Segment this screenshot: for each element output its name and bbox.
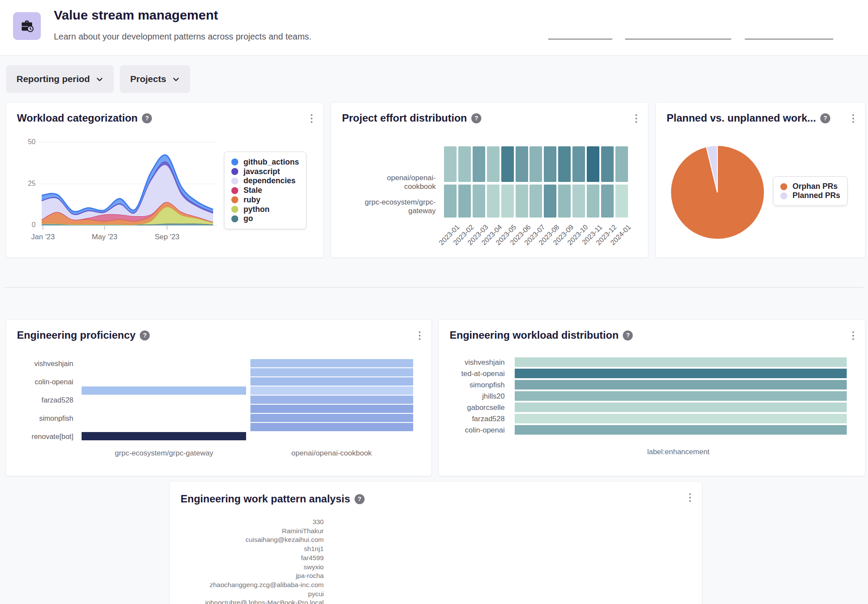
pattern-row-label: RaminiThakur bbox=[172, 527, 324, 535]
heat-cell-openai/openai-cookbook-2023-11[interactable] bbox=[587, 146, 599, 182]
chevron-down-icon bbox=[172, 76, 180, 83]
legend-dot-icon bbox=[231, 196, 238, 203]
help-icon[interactable]: ? bbox=[140, 330, 150, 340]
heat-cell-openai/openai-cookbook-2023-09[interactable] bbox=[558, 146, 571, 182]
pattern-row-label: cuisaihang@kezaihui.com bbox=[172, 536, 324, 544]
projects-dropdown[interactable]: Projects bbox=[120, 65, 190, 93]
heat-cell-grpc-ecosystem/grpc-gateway-2024-01[interactable] bbox=[615, 185, 628, 218]
workload-categorization-card: Workload categorization ? 50 25 0 Jan '2… bbox=[6, 102, 324, 258]
card-title: Engineering workload distribution bbox=[450, 329, 618, 341]
proficiency-bar-openai/openai-cookbook[interactable] bbox=[250, 359, 413, 367]
workload-bar-farzad528[interactable] bbox=[515, 414, 847, 423]
proficiency-bar-openai/openai-cookbook[interactable] bbox=[250, 414, 413, 422]
heat-cell-grpc-ecosystem/grpc-gateway-2023-08[interactable] bbox=[544, 185, 556, 218]
heat-cell-openai/openai-cookbook-2023-04[interactable] bbox=[487, 146, 500, 182]
legend-item-Planned PRs[interactable]: Planned PRs bbox=[780, 191, 840, 200]
legend-dot-icon bbox=[780, 192, 787, 199]
heat-cell-grpc-ecosystem/grpc-gateway-2023-04[interactable] bbox=[487, 185, 500, 218]
reporting-period-dropdown[interactable]: Reporting period bbox=[6, 65, 114, 93]
legend-item-label: Orphan PRs bbox=[792, 182, 838, 191]
proficiency-bar-openai/openai-cookbook[interactable] bbox=[250, 423, 413, 431]
proficiency-bar-openai/openai-cookbook[interactable] bbox=[250, 386, 413, 395]
nav-placeholder-line[interactable] bbox=[625, 39, 731, 40]
heat-cell-openai/openai-cookbook-2023-12[interactable] bbox=[601, 146, 614, 182]
legend-item-ruby[interactable]: ruby bbox=[231, 195, 299, 205]
proficiency-row-label: renovate[bot] bbox=[8, 432, 73, 441]
heat-cell-grpc-ecosystem/grpc-gateway-2023-10[interactable] bbox=[572, 185, 585, 218]
legend-item-label: python bbox=[243, 205, 270, 214]
kebab-menu-icon[interactable] bbox=[415, 330, 424, 341]
kebab-menu-icon[interactable] bbox=[685, 492, 695, 503]
projects-label: Projects bbox=[130, 74, 166, 84]
heat-cell-openai/openai-cookbook-2023-06[interactable] bbox=[516, 146, 528, 182]
legend-item-Orphan PRs[interactable]: Orphan PRs bbox=[780, 182, 840, 191]
heat-cell-grpc-ecosystem/grpc-gateway-2023-11[interactable] bbox=[587, 185, 599, 218]
proficiency-bar-openai/openai-cookbook[interactable] bbox=[250, 405, 413, 413]
legend-item-label: Stale bbox=[243, 186, 262, 195]
workload-legend: github_actionsjavascriptdependenciesStal… bbox=[224, 152, 306, 229]
workload-bar-colin-openai[interactable] bbox=[515, 425, 847, 435]
legend-dot-icon bbox=[231, 158, 238, 165]
nav-placeholder-line[interactable] bbox=[745, 39, 833, 40]
legend-item-javascript[interactable]: javascript bbox=[231, 167, 299, 176]
workload-row-label: simonpfish bbox=[440, 381, 505, 389]
legend-item-label: github_actions bbox=[243, 158, 299, 167]
legend-item-go[interactable]: go bbox=[231, 214, 299, 223]
legend-dot-icon bbox=[231, 168, 238, 175]
heat-cell-openai/openai-cookbook-2023-05[interactable] bbox=[501, 146, 514, 182]
reporting-period-label: Reporting period bbox=[16, 74, 90, 84]
value-stream-icon bbox=[13, 12, 41, 40]
legend-item-python[interactable]: python bbox=[231, 205, 299, 214]
workload-row-label: ted-at-openai bbox=[440, 370, 505, 378]
proficiency-row-label: colin-openai bbox=[8, 378, 73, 386]
heat-cell-openai/openai-cookbook-2023-03[interactable] bbox=[473, 146, 485, 182]
kebab-menu-icon[interactable] bbox=[631, 113, 641, 124]
legend-item-Stale[interactable]: Stale bbox=[231, 186, 299, 195]
workload-row-label: colin-openai bbox=[440, 426, 505, 435]
heat-cell-grpc-ecosystem/grpc-gateway-2023-06[interactable] bbox=[516, 185, 528, 218]
pattern-row-label: sh1nj1 bbox=[172, 545, 324, 553]
heat-cell-grpc-ecosystem/grpc-gateway-2023-12[interactable] bbox=[601, 185, 614, 218]
heat-cell-grpc-ecosystem/grpc-gateway-2023-05[interactable] bbox=[501, 185, 514, 218]
help-icon[interactable]: ? bbox=[355, 494, 365, 504]
heat-cell-grpc-ecosystem/grpc-gateway-2023-07[interactable] bbox=[529, 185, 542, 218]
help-icon[interactable]: ? bbox=[623, 330, 633, 340]
heat-cell-grpc-ecosystem/grpc-gateway-2023-02[interactable] bbox=[458, 185, 471, 218]
legend-item-github_actions[interactable]: github_actions bbox=[231, 158, 299, 167]
heat-cell-openai/openai-cookbook-2024-01[interactable] bbox=[615, 146, 628, 182]
page-header: Value stream management Learn about your… bbox=[0, 0, 868, 56]
workload-bar-simonpfish[interactable] bbox=[515, 380, 847, 389]
legend-item-dependencies[interactable]: dependencies bbox=[231, 176, 299, 185]
proficiency-bar-grpc-ecosystem/grpc-gateway[interactable] bbox=[82, 386, 246, 395]
help-icon[interactable]: ? bbox=[471, 113, 481, 123]
workload-bar-gaborcselle[interactable] bbox=[515, 403, 847, 412]
heat-row-label: grpc-ecosystem/grpc-gateway bbox=[358, 198, 436, 215]
card-title: Engineering proficiency bbox=[17, 329, 135, 341]
proficiency-bar-openai/openai-cookbook[interactable] bbox=[250, 368, 413, 376]
legend-item-label: javascript bbox=[243, 167, 280, 176]
heat-cell-openai/openai-cookbook-2023-10[interactable] bbox=[572, 146, 585, 182]
nav-placeholder-line[interactable] bbox=[548, 39, 612, 40]
workload-bar-jhills20[interactable] bbox=[515, 391, 847, 401]
chevron-down-icon bbox=[96, 76, 103, 83]
legend-dot-icon bbox=[231, 178, 238, 185]
heat-cell-grpc-ecosystem/grpc-gateway-2023-01[interactable] bbox=[444, 185, 457, 218]
heat-cell-grpc-ecosystem/grpc-gateway-2023-09[interactable] bbox=[558, 185, 571, 218]
heat-cell-openai/openai-cookbook-2023-01[interactable] bbox=[444, 146, 457, 182]
planned-vs-unplanned-card: Planned vs. unplanned work... ? Orphan P… bbox=[655, 102, 865, 258]
heat-cell-openai/openai-cookbook-2023-02[interactable] bbox=[458, 146, 471, 182]
workload-bar-ted-at-openai[interactable] bbox=[515, 369, 847, 378]
pattern-row-label: far4599 bbox=[172, 554, 324, 562]
proficiency-bar-openai/openai-cookbook[interactable] bbox=[250, 377, 413, 386]
legend-item-label: go bbox=[243, 214, 253, 223]
proficiency-bar-openai/openai-cookbook[interactable] bbox=[250, 396, 413, 404]
legend-item-label: ruby bbox=[243, 195, 260, 205]
heat-cell-openai/openai-cookbook-2023-07[interactable] bbox=[529, 146, 542, 182]
pie-legend: Orphan PRsPlanned PRs bbox=[773, 176, 848, 206]
heat-cell-grpc-ecosystem/grpc-gateway-2023-03[interactable] bbox=[473, 185, 485, 218]
heat-cell-openai/openai-cookbook-2023-08[interactable] bbox=[544, 146, 556, 182]
proficiency-bar-grpc-ecosystem/grpc-gateway[interactable] bbox=[82, 432, 246, 440]
kebab-menu-icon[interactable] bbox=[848, 330, 858, 341]
pattern-row-label: swyxio bbox=[172, 563, 324, 571]
workload-bar-vishveshjain[interactable] bbox=[515, 357, 847, 367]
